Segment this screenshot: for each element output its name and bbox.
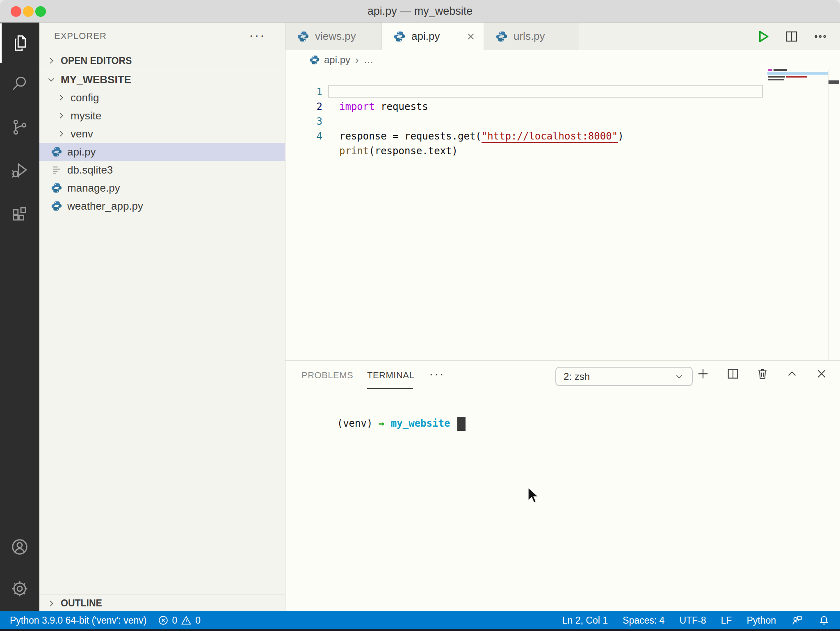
terminal-cwd: my_website: [391, 418, 458, 429]
feedback-icon[interactable]: [791, 614, 803, 626]
python-file-icon: [51, 146, 63, 158]
tree-item-mysite[interactable]: mysite: [39, 107, 285, 125]
explorer-sidebar: EXPLORER ··· OPEN EDITORS MY_WEBSITE con…: [39, 23, 285, 611]
settings-gear-icon: [10, 579, 30, 599]
settings-button[interactable]: [0, 569, 39, 608]
warnings-icon: [180, 615, 192, 626]
close-tab-icon[interactable]: [466, 31, 476, 42]
code-editor[interactable]: 1 import requests 2 3 response = request…: [285, 70, 840, 360]
chevron-right-icon: [55, 111, 67, 120]
search-icon: [10, 74, 29, 93]
activity-bar: [0, 23, 39, 611]
tree-item-label: db.sqlite3: [67, 164, 113, 176]
language-mode-status[interactable]: Python: [746, 615, 776, 626]
account-button[interactable]: [0, 527, 39, 567]
terminal-cursor: [457, 417, 466, 431]
code-token: print: [339, 145, 369, 157]
split-editor-icon[interactable]: [784, 29, 799, 44]
tree-item-weather-app-py[interactable]: weather_app.py: [39, 197, 285, 215]
status-bar-left: Python 3.9.0 64-bit ('venv': venv) 0 0: [10, 615, 201, 626]
shell-selector-value: 2: zsh: [564, 371, 590, 382]
tree-item-venv[interactable]: venv: [39, 125, 285, 143]
eol-status[interactable]: LF: [721, 615, 732, 626]
terminal-shell-selector[interactable]: 2: zsh: [555, 367, 693, 386]
tree-item-label: mysite: [71, 110, 101, 122]
open-editors-label: OPEN EDITORS: [61, 55, 132, 66]
more-actions-icon[interactable]: [813, 29, 828, 44]
terminal[interactable]: (venv)→my_website: [301, 400, 466, 416]
outline-section[interactable]: OUTLINE: [39, 594, 285, 612]
tree-item-config[interactable]: config: [39, 89, 285, 107]
bottom-panel: PROBLEMS TERMINAL ··· 2: zsh (venv)→my_w…: [285, 360, 840, 611]
warning-count: 0: [195, 615, 201, 626]
kill-terminal-trash-icon[interactable]: [756, 367, 769, 381]
python-file-icon: [393, 30, 406, 43]
breadcrumb[interactable]: api.py › …: [285, 50, 840, 70]
maximize-panel-icon[interactable]: [785, 367, 799, 381]
tab-label: views.py: [315, 30, 356, 43]
minimap-current-line: [767, 72, 828, 75]
explorer-activity-button[interactable]: [0, 23, 39, 63]
source-control-icon: [10, 118, 29, 137]
python-interpreter-status[interactable]: Python 3.9.0 64-bit ('venv': venv): [10, 615, 147, 626]
tab-problems[interactable]: PROBLEMS: [301, 361, 353, 390]
problems-status[interactable]: 0 0: [158, 615, 201, 626]
new-terminal-icon[interactable]: [696, 366, 710, 381]
search-activity-button[interactable]: [0, 64, 39, 103]
close-panel-icon[interactable]: [815, 367, 829, 381]
chevron-down-icon: [674, 371, 685, 382]
run-python-file-icon[interactable]: [755, 29, 770, 44]
tree-item-label: api.py: [67, 146, 96, 158]
notifications-bell-icon[interactable]: [818, 614, 830, 626]
mouse-cursor: [527, 487, 544, 506]
code-token: response = requests.get(: [339, 130, 482, 142]
tab-views-py[interactable]: views.py: [285, 23, 382, 50]
split-terminal-icon[interactable]: [726, 367, 740, 381]
extensions-icon: [10, 205, 29, 224]
cursor-position-status[interactable]: Ln 2, Col 1: [562, 615, 608, 626]
outline-label: OUTLINE: [61, 598, 102, 609]
source-control-activity-button[interactable]: [0, 107, 39, 147]
editor-tab-bar: views.py api.py urls.py: [285, 23, 840, 50]
encoding-status[interactable]: UTF-8: [679, 615, 706, 626]
chevron-right-icon: [55, 93, 67, 102]
sidebar-title: EXPLORER: [54, 23, 107, 50]
tree-item-label: weather_app.py: [67, 200, 143, 213]
chevron-right-icon: [45, 56, 57, 65]
minimap[interactable]: [767, 68, 828, 85]
sidebar-more-actions-icon[interactable]: ···: [249, 23, 265, 47]
tab-terminal[interactable]: TERMINAL: [367, 361, 414, 390]
tab-api-py[interactable]: api.py: [382, 23, 484, 50]
open-editors-section[interactable]: OPEN EDITORS: [39, 52, 285, 70]
breadcrumb-symbol[interactable]: …: [364, 54, 374, 66]
root-folder-row[interactable]: MY_WEBSITE: [39, 71, 285, 89]
python-file-icon: [495, 30, 508, 43]
title-bar: api.py — my_website: [0, 0, 840, 23]
database-file-icon: [51, 164, 63, 176]
vscode-window: api.py — my_website EXPLORER ···: [0, 0, 840, 631]
tree-item-manage-py[interactable]: manage.py: [39, 179, 285, 197]
panel-actions: [696, 366, 829, 381]
python-file-icon: [309, 55, 320, 65]
python-file-icon: [297, 30, 309, 43]
terminal-prompt-arrow: →: [372, 418, 390, 429]
python-file-icon: [51, 182, 63, 194]
tab-label: urls.py: [514, 30, 545, 43]
active-panel-tab-underline: [367, 388, 413, 389]
breadcrumb-file[interactable]: api.py: [324, 54, 350, 66]
tree-item-api-py[interactable]: api.py: [39, 143, 285, 161]
chevron-right-icon: [55, 129, 67, 138]
run-debug-activity-button[interactable]: [0, 151, 39, 190]
status-bar: Python 3.9.0 64-bit ('venv': venv) 0 0 L…: [0, 611, 840, 629]
editor-actions: [755, 23, 840, 50]
tab-urls-py[interactable]: urls.py: [484, 23, 579, 50]
indentation-status[interactable]: Spaces: 4: [623, 615, 664, 626]
files-icon: [11, 34, 30, 53]
panel-more-actions-icon[interactable]: ···: [429, 361, 445, 387]
terminal-venv-prefix: (venv): [337, 418, 373, 429]
tree-item-db-sqlite3[interactable]: db.sqlite3: [39, 161, 285, 179]
scrollbar-divider: [828, 70, 829, 360]
code-token: ): [618, 130, 623, 142]
tree-item-label: config: [71, 91, 99, 104]
extensions-activity-button[interactable]: [0, 195, 39, 234]
